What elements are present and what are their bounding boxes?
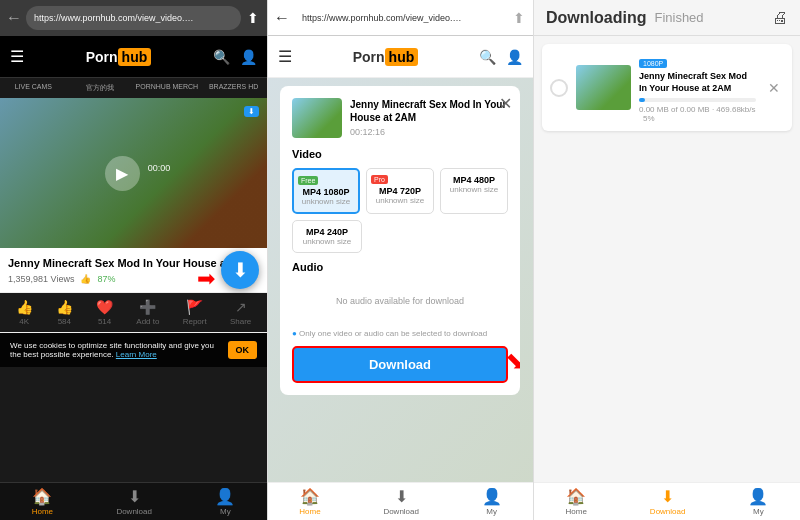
action-thumbsup[interactable]: 👍 4K	[16, 299, 33, 326]
view-count-left: 1,359,981 Views	[8, 274, 74, 284]
printer-icon[interactable]: 🖨	[772, 9, 788, 27]
modal-header: Jenny Minecraft Sex Mod In Your House at…	[292, 98, 508, 138]
address-bar-middle: ← https://www.pornhub.com/view_video.php…	[268, 0, 533, 36]
dl-item-stats: 0.00 MB of 0.00 MB · 469.68kb/s 5%	[639, 105, 756, 123]
ph-logo-middle: Pornhub	[353, 49, 419, 65]
url-box-middle[interactable]: https://www.pornhub.com/view_video.php?v…	[294, 6, 507, 30]
play-button-left[interactable]: ▶	[105, 156, 140, 191]
action-report-label: Report	[183, 317, 207, 326]
dl-item-close-button[interactable]: ✕	[764, 80, 784, 96]
quality-240p-size: unknown size	[299, 237, 355, 246]
share-action-icon: ↗	[235, 299, 247, 315]
back-button-middle[interactable]: ←	[274, 9, 290, 27]
action-584-label: 584	[58, 317, 71, 326]
add-icon: ➕	[139, 299, 156, 315]
like-pct-left: 87%	[97, 274, 115, 284]
action-share-label: Share	[230, 317, 251, 326]
home-icon-right: 🏠	[566, 487, 586, 506]
right-panel: Downloading Finished 🖨 1080P Jenny Minec…	[534, 0, 800, 520]
download-nav-icon-right: ⬇	[661, 487, 674, 506]
modal-audio-section-label: Audio	[292, 261, 508, 273]
bottom-nav-left: 🏠 Home ⬇ Download 👤 My	[0, 482, 267, 520]
dl-percent: 5%	[643, 114, 655, 123]
action-heart[interactable]: ❤️ 514	[96, 299, 113, 326]
bnav-download-middle[interactable]: ⬇ Download	[383, 487, 419, 516]
search-icon-left[interactable]: 🔍	[213, 49, 230, 65]
right-spacer	[534, 139, 800, 482]
dl-progress-bar	[639, 98, 756, 102]
middle-panel: ← https://www.pornhub.com/view_video.php…	[267, 0, 534, 520]
search-icon-middle[interactable]: 🔍	[479, 49, 496, 65]
hamburger-icon-middle[interactable]: ☰	[278, 47, 292, 66]
ph-logo-left: Pornhub	[86, 49, 152, 65]
dl-item-circle	[550, 79, 568, 97]
right-title: Downloading	[546, 9, 646, 27]
action-like-count[interactable]: 👍 584	[56, 299, 73, 326]
modal-thumbnail	[292, 98, 342, 138]
modal-close-button[interactable]: ✕	[499, 94, 512, 113]
modal-duration: 00:12:16	[350, 127, 508, 137]
badge-free-1080p: Free	[298, 176, 318, 185]
finished-tab[interactable]: Finished	[654, 10, 703, 25]
action-report[interactable]: 🚩 Report	[183, 299, 207, 326]
action-add[interactable]: ➕ Add to	[136, 299, 159, 326]
bnav-home-right[interactable]: 🏠 Home	[566, 487, 587, 516]
bnav-home-left[interactable]: 🏠 Home	[32, 487, 53, 516]
quality-240p[interactable]: MP4 240P unknown size	[292, 220, 362, 253]
url-text-left: https://www.pornhub.com/view_video.php?v…	[34, 13, 194, 23]
action-share[interactable]: ↗ Share	[230, 299, 251, 326]
bnav-download-left[interactable]: ⬇ Download	[116, 487, 152, 516]
user-icon-middle[interactable]: 👤	[506, 49, 523, 65]
action-4k-label: 4K	[19, 317, 29, 326]
quality-720p[interactable]: Pro MP4 720P unknown size	[366, 168, 434, 214]
ph-icons-middle: 🔍 👤	[479, 49, 523, 65]
download-circle-button-left[interactable]: ⬇	[221, 251, 259, 289]
like-count-icon: 👍	[56, 299, 73, 315]
video-player-left[interactable]: ▶ ⬇ 00:00	[0, 98, 267, 248]
download-btn-container: Download ➡	[292, 338, 508, 383]
cookie-ok-button[interactable]: OK	[228, 341, 258, 359]
download-nav-icon-left: ⬇	[128, 487, 141, 506]
video-info-left: Jenny Minecraft Sex Mod In Your House at…	[0, 248, 267, 292]
modal-download-button[interactable]: Download	[292, 346, 508, 383]
cookie-banner: We use cookies to optimize site function…	[0, 333, 267, 367]
bottom-nav-middle: 🏠 Home ⬇ Download 👤 My	[268, 482, 533, 520]
quality-480p[interactable]: MP4 480P unknown size	[440, 168, 508, 214]
bottom-nav-right: 🏠 Home ⬇ Download 👤 My	[534, 482, 800, 520]
nav-tab-merch[interactable]: PORNHUB MERCH	[134, 78, 201, 98]
thumbsup-icon: 👍	[16, 299, 33, 315]
download-badge-left: ⬇	[244, 106, 259, 117]
bnav-download-right[interactable]: ⬇ Download	[650, 487, 686, 516]
quality-480p-label: MP4 480P	[445, 175, 503, 185]
quality-1080p[interactable]: Free MP4 1080P unknown size	[292, 168, 360, 214]
bnav-my-middle[interactable]: 👤 My	[482, 487, 502, 516]
ph-icons-left: 🔍 👤	[213, 49, 257, 65]
home-icon-left: 🏠	[32, 487, 52, 506]
action-514-label: 514	[98, 317, 111, 326]
cookie-learn-link[interactable]: Learn More	[116, 350, 157, 359]
url-box-left[interactable]: https://www.pornhub.com/view_video.php?v…	[26, 6, 241, 30]
quality-240p-label: MP4 240P	[299, 227, 355, 237]
red-arrow-left: ➡	[197, 266, 215, 292]
nav-tabs-left: LIVE CAMS 官方的我 PORNHUB MERCH BRAZZERS HD	[0, 78, 267, 98]
share-icon-left[interactable]: ⬆	[245, 10, 261, 26]
cookie-text: We use cookies to optimize site function…	[10, 341, 222, 359]
nav-tab-livecams[interactable]: LIVE CAMS	[0, 78, 67, 98]
download-nav-icon-middle: ⬇	[395, 487, 408, 506]
my-icon-right: 👤	[748, 487, 768, 506]
badge-pro-720p: Pro	[371, 175, 388, 184]
share-icon-middle[interactable]: ⬆	[511, 10, 527, 26]
nav-tab-brazzers[interactable]: BRAZZERS HD	[200, 78, 267, 98]
modal-title-area: Jenny Minecraft Sex Mod In Your House at…	[350, 98, 508, 138]
action-add-label: Add to	[136, 317, 159, 326]
bnav-my-left[interactable]: 👤 My	[215, 487, 235, 516]
bnav-home-middle[interactable]: 🏠 Home	[299, 487, 320, 516]
back-button-left[interactable]: ←	[6, 9, 22, 27]
quality-1080p-label: MP4 1080P	[298, 187, 354, 197]
user-icon-left[interactable]: 👤	[240, 49, 257, 65]
bnav-my-right[interactable]: 👤 My	[748, 487, 768, 516]
nav-tab-official[interactable]: 官方的我	[67, 78, 134, 98]
hamburger-icon-left[interactable]: ☰	[10, 47, 24, 66]
home-icon-middle: 🏠	[300, 487, 320, 506]
modal-disclaimer: ● Only one video or audio can be selecte…	[292, 329, 508, 338]
